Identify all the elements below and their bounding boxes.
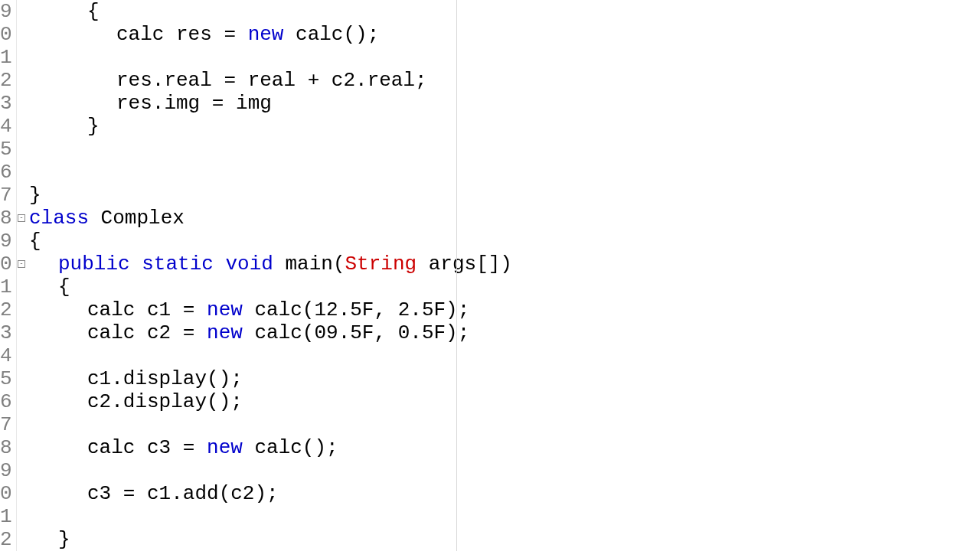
code-line[interactable]: calc c2 = new calc(09.5F, 0.5F); xyxy=(28,321,980,344)
line-number: 9 xyxy=(0,459,11,482)
code-line[interactable] xyxy=(28,413,980,436)
code-token: static xyxy=(142,253,214,276)
code-line[interactable]: c2.display(); xyxy=(28,390,980,413)
code-token: calc(); xyxy=(243,436,338,459)
code-line[interactable]: c1.display(); xyxy=(28,367,980,390)
line-number: 9 xyxy=(0,0,11,23)
code-token: new xyxy=(207,298,243,321)
code-token: { xyxy=(87,0,100,23)
code-token: } xyxy=(58,528,70,551)
code-line[interactable] xyxy=(28,46,980,69)
code-line[interactable]: { xyxy=(28,0,980,23)
code-token: c2.display(); xyxy=(87,390,243,413)
code-token: c1.display(); xyxy=(87,367,243,390)
line-number: 8 xyxy=(0,207,11,230)
code-editor[interactable]: 9012345678901234567890123 -- {calc res =… xyxy=(0,0,980,551)
line-number: 4 xyxy=(0,115,11,138)
line-number: 9 xyxy=(0,230,11,253)
code-line[interactable] xyxy=(28,161,980,184)
code-token xyxy=(214,253,226,276)
code-area[interactable]: {calc res = new calc();res.real = real +… xyxy=(28,0,980,551)
code-token: } xyxy=(29,184,41,207)
code-line[interactable]: class Complex xyxy=(28,207,980,230)
line-number: 8 xyxy=(0,436,11,459)
code-line[interactable]: { xyxy=(28,230,980,253)
code-token: class xyxy=(29,207,89,230)
code-token: res.img = img xyxy=(116,92,272,115)
code-token: calc c3 = xyxy=(87,436,207,459)
code-line[interactable]: res.real = real + c2.real; xyxy=(28,69,980,92)
code-token: Complex xyxy=(89,207,185,230)
line-number: 3 xyxy=(0,321,11,344)
line-number: 0 xyxy=(0,23,11,46)
line-number: 2 xyxy=(0,298,11,321)
code-token: calc(12.5F, 2.5F); xyxy=(243,298,469,321)
code-token: public xyxy=(58,253,130,276)
code-token: calc(); xyxy=(283,23,379,46)
line-number: 1 xyxy=(0,505,11,528)
fold-marker[interactable]: - xyxy=(18,214,25,222)
line-number: 7 xyxy=(0,413,11,436)
code-line[interactable]: calc c1 = new calc(12.5F, 2.5F); xyxy=(28,298,980,321)
code-line[interactable] xyxy=(28,505,980,528)
line-number: 0 xyxy=(0,253,11,276)
code-token: { xyxy=(58,276,70,298)
line-number: 2 xyxy=(0,528,11,551)
line-number: 3 xyxy=(0,92,11,115)
code-line[interactable] xyxy=(28,459,980,482)
code-token: calc c2 = xyxy=(87,321,207,344)
line-number: 2 xyxy=(0,69,11,92)
code-line[interactable]: { xyxy=(28,276,980,298)
code-token xyxy=(130,253,142,276)
code-token: calc c1 = xyxy=(87,298,207,321)
line-number: 1 xyxy=(0,276,11,298)
line-number: 0 xyxy=(0,482,11,505)
line-number: 7 xyxy=(0,184,11,207)
code-token: new xyxy=(207,321,243,344)
print-margin xyxy=(456,0,457,551)
code-token: new xyxy=(248,23,284,46)
code-line[interactable]: } xyxy=(28,115,980,138)
fold-column[interactable]: -- xyxy=(17,0,28,551)
code-line[interactable] xyxy=(28,344,980,367)
code-line[interactable]: } xyxy=(28,184,980,207)
line-number: 4 xyxy=(0,344,11,367)
code-line[interactable] xyxy=(28,138,980,161)
code-token: { xyxy=(29,230,41,253)
code-line[interactable]: res.img = img xyxy=(28,92,980,115)
code-line[interactable]: calc c3 = new calc(); xyxy=(28,436,980,459)
code-token: c3 = c1.add(c2); xyxy=(87,482,279,505)
code-token: calc(09.5F, 0.5F); xyxy=(243,321,469,344)
line-number: 6 xyxy=(0,161,11,184)
code-line[interactable]: c3 = c1.add(c2); xyxy=(28,482,980,505)
line-number: 1 xyxy=(0,46,11,69)
code-line[interactable]: } xyxy=(28,528,980,551)
code-token: } xyxy=(87,115,100,138)
code-token: String xyxy=(345,253,417,276)
code-token: main( xyxy=(273,253,345,276)
line-number-gutter: 9012345678901234567890123 xyxy=(0,0,17,551)
code-token: res.real = real + c2.real; xyxy=(116,69,427,92)
code-token: void xyxy=(225,253,273,276)
code-token: calc res = xyxy=(116,23,248,46)
code-line[interactable]: calc res = new calc(); xyxy=(28,23,980,46)
line-number: 5 xyxy=(0,367,11,390)
code-line[interactable]: public static void main(String args[]) xyxy=(28,253,980,276)
code-token: args[]) xyxy=(416,253,512,276)
code-token: new xyxy=(207,436,243,459)
line-number: 5 xyxy=(0,138,11,161)
fold-marker[interactable]: - xyxy=(18,260,25,268)
line-number: 6 xyxy=(0,390,11,413)
